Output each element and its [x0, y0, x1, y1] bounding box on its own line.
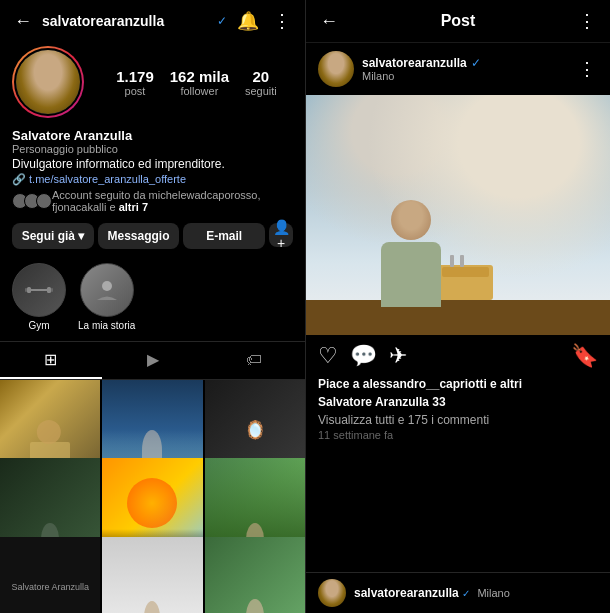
post-more-button[interactable]: ⋮: [576, 56, 598, 82]
tab-reels[interactable]: ▶: [102, 342, 204, 379]
followed-by: Account seguito da michelewadcaporosso, …: [12, 189, 293, 213]
posts-label: post: [125, 85, 146, 97]
svg-rect-3: [25, 288, 27, 292]
gym-icon: [24, 275, 54, 305]
chevron-down-icon: ▾: [78, 229, 84, 243]
followers-label: follower: [180, 85, 218, 97]
grid-photo-9[interactable]: [205, 537, 305, 613]
profile-bio: Divulgatore informatico ed imprenditore.: [12, 157, 293, 171]
svg-rect-2: [47, 287, 51, 293]
post-time: 11 settimane fa: [306, 429, 610, 447]
follower-avatar-3: [36, 193, 52, 209]
post-image: [306, 95, 610, 335]
post-username[interactable]: salvatorearanzulla: [362, 56, 467, 70]
profile-category: Personaggio pubblico: [12, 143, 293, 155]
tab-tagged[interactable]: 🏷: [203, 342, 305, 379]
following-value: 20: [253, 68, 270, 85]
following-stat[interactable]: 20 seguiti: [245, 68, 277, 97]
right-panel: ← Post ⋮ salvatorearanzulla ✓ Milano ⋮: [305, 0, 610, 613]
post-table: [306, 300, 610, 335]
view-comments[interactable]: Visualizza tutti e 175 i commenti: [306, 413, 610, 429]
following-label: seguiti: [245, 85, 277, 97]
profile-info: Salvatore Aranzulla Personaggio pubblico…: [0, 126, 305, 217]
like-button[interactable]: ♡: [318, 343, 338, 369]
avatar[interactable]: [12, 46, 84, 118]
comment-button[interactable]: 💬: [350, 343, 377, 369]
post-avatar[interactable]: [318, 51, 354, 87]
comment-location: Milano: [477, 587, 509, 599]
profile-username: salvatorearanzulla: [42, 13, 209, 29]
grid-photo-8[interactable]: [102, 537, 202, 613]
comment-verified-icon: ✓: [462, 588, 470, 599]
add-friend-icon: 👤+: [269, 219, 293, 251]
notification-button[interactable]: 🔔: [235, 8, 261, 34]
post-username-row: salvatorearanzulla ✓: [362, 56, 568, 70]
display-name: Salvatore Aranzulla: [12, 128, 293, 143]
highlight-story-label: La mia storia: [78, 320, 135, 331]
post-person: [378, 200, 443, 300]
post-likes[interactable]: Piace a alessandro__capriotti e altri: [306, 377, 610, 395]
back-button[interactable]: ←: [12, 9, 34, 34]
profile-section: 1.179 post 162 mila follower 20 seguiti: [0, 42, 305, 126]
profile-link[interactable]: 🔗 t.me/salvatore_aranzulla_offerte: [12, 173, 293, 186]
action-buttons: Segui già ▾ Messaggio E-mail 👤+: [0, 217, 305, 255]
message-label: Messaggio: [108, 229, 170, 243]
post-verified-icon: ✓: [471, 56, 481, 70]
tabs-row: ⊞ ▶ 🏷: [0, 341, 305, 380]
highlights-row: Gym La mia storia: [0, 255, 305, 339]
post-location: Milano: [362, 70, 568, 82]
svg-rect-0: [27, 287, 31, 293]
highlight-gym-label: Gym: [28, 320, 49, 331]
email-label: E-mail: [206, 229, 242, 243]
svg-point-5: [102, 281, 112, 291]
left-header: ← salvatorearanzulla ✓ 🔔 ⋮: [0, 0, 305, 42]
right-back-button[interactable]: ←: [318, 9, 340, 34]
right-panel-header: ← Post ⋮: [306, 0, 610, 43]
highlight-story-circle: [80, 263, 134, 317]
comment-username[interactable]: salvatorearanzulla: [354, 586, 459, 600]
posts-stat: 1.179 post: [116, 68, 154, 97]
post-cake: [438, 265, 493, 300]
post-user-row: salvatorearanzulla ✓ Milano ⋮: [306, 43, 610, 95]
reels-tab-icon: ▶: [147, 350, 159, 369]
left-panel: ← salvatorearanzulla ✓ 🔔 ⋮ 1.179 post 16…: [0, 0, 305, 613]
header-icons: 🔔 ⋮: [235, 8, 293, 34]
grid-tab-icon: ⊞: [44, 350, 57, 369]
followers-value: 162 mila: [170, 68, 229, 85]
followers-stat[interactable]: 162 mila follower: [170, 68, 229, 97]
message-button[interactable]: Messaggio: [98, 223, 180, 249]
likes-count-text: Salvatore Aranzulla 33: [318, 395, 446, 409]
save-button[interactable]: 🔖: [571, 343, 598, 369]
email-button[interactable]: E-mail: [183, 223, 265, 249]
comment-avatar: [318, 579, 346, 607]
avatar-image: [16, 50, 80, 114]
highlight-gym[interactable]: Gym: [12, 263, 66, 331]
posts-value: 1.179: [116, 68, 154, 85]
photo-grid: 🪞 Salvatore Aranzulla: [0, 380, 305, 613]
right-more-button[interactable]: ⋮: [576, 8, 598, 34]
comments-link: Visualizza tutti e 175 i commenti: [318, 413, 489, 427]
follow-label: Segui già: [22, 229, 75, 243]
post-comment-row: salvatorearanzulla ✓ Milano: [306, 572, 610, 613]
highlight-story[interactable]: La mia storia: [78, 263, 135, 331]
story-icon: [92, 275, 122, 305]
avatar-inner: [14, 48, 82, 116]
likes-text: Piace a alessandro__capriotti e altri: [318, 377, 522, 391]
svg-rect-4: [51, 288, 53, 292]
add-friend-button[interactable]: 👤+: [269, 223, 293, 247]
tagged-tab-icon: 🏷: [246, 351, 262, 369]
post-likes-count: Salvatore Aranzulla 33: [306, 395, 610, 413]
followed-by-text: Account seguito da michelewadcaporosso, …: [52, 189, 293, 213]
svg-rect-1: [31, 289, 47, 291]
follow-button[interactable]: Segui già ▾: [12, 223, 94, 249]
grid-photo-7[interactable]: Salvatore Aranzulla: [0, 537, 100, 613]
more-options-button[interactable]: ⋮: [271, 8, 293, 34]
highlight-gym-circle: [12, 263, 66, 317]
verified-icon: ✓: [217, 14, 227, 28]
post-actions-row: ♡ 💬 ✈ 🔖: [306, 335, 610, 377]
tab-grid[interactable]: ⊞: [0, 342, 102, 379]
right-panel-title: Post: [348, 12, 568, 30]
comment-user-info: salvatorearanzulla ✓ Milano: [354, 586, 510, 600]
share-button[interactable]: ✈: [389, 343, 407, 369]
followed-avatars: [12, 193, 48, 209]
